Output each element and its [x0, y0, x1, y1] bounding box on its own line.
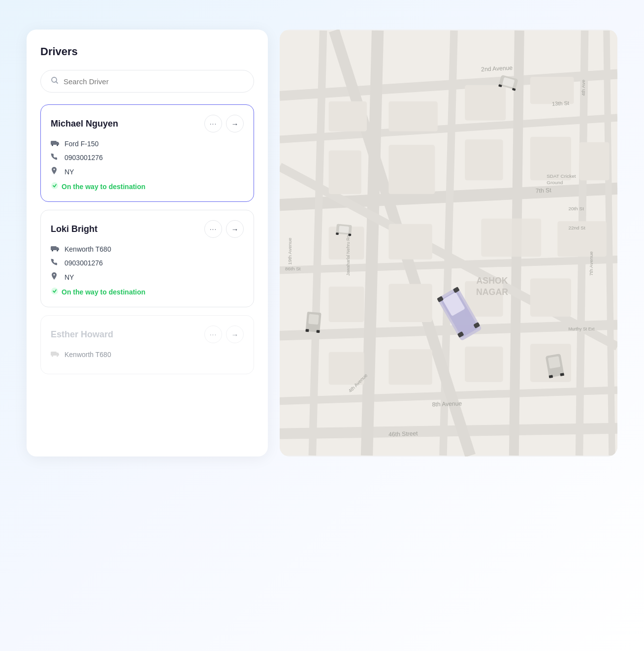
svg-point-3	[52, 145, 53, 146]
svg-point-12	[57, 356, 58, 357]
status-icon	[51, 287, 59, 297]
vehicle-row: Ford F-150	[51, 139, 244, 148]
svg-rect-35	[465, 139, 503, 180]
vehicle-name: Kenworth T680	[64, 351, 111, 358]
driver-card-michael-nguyen[interactable]: Michael Nguyen ··· → Ford F-150	[40, 104, 254, 202]
svg-line-20	[280, 428, 617, 434]
svg-text:ASHOK: ASHOK	[477, 276, 508, 286]
svg-text:7th Avenue: 7th Avenue	[588, 251, 594, 276]
left-panel: Drivers Michael Nguyen ··· →	[27, 30, 268, 456]
card-actions: ··· →	[204, 115, 244, 132]
svg-rect-37	[580, 142, 610, 180]
svg-rect-30	[388, 101, 438, 131]
svg-rect-48	[465, 347, 503, 382]
status-text: On the way to destination	[62, 183, 145, 191]
status-icon	[51, 182, 59, 192]
svg-text:13th St: 13th St	[552, 100, 570, 107]
svg-point-9	[51, 288, 58, 294]
phone-number: 0903001276	[64, 259, 103, 267]
card-actions: ··· →	[204, 220, 244, 238]
svg-point-4	[57, 145, 58, 146]
svg-text:SDAT Cricket: SDAT Cricket	[547, 173, 576, 179]
svg-point-7	[52, 250, 53, 252]
card-header: Loki Bright ··· →	[51, 220, 244, 238]
svg-text:Murthy St Ext: Murthy St Ext	[568, 326, 595, 331]
svg-text:86th St: 86th St	[285, 266, 301, 271]
driver-name: Esther Howard	[51, 329, 113, 340]
svg-rect-75	[348, 233, 351, 236]
location-text: NY	[64, 273, 74, 281]
svg-rect-43	[388, 284, 432, 322]
svg-text:8th Avenue: 8th Avenue	[432, 400, 462, 408]
location-text: NY	[64, 168, 74, 176]
location-icon	[51, 167, 60, 177]
status-badge: On the way to destination	[51, 182, 244, 192]
svg-rect-34	[388, 145, 435, 194]
driver-name: Loki Bright	[51, 224, 97, 234]
svg-point-5	[51, 182, 58, 189]
svg-rect-73	[339, 226, 349, 233]
svg-text:46th Street: 46th Street	[388, 430, 419, 438]
svg-rect-84	[548, 356, 561, 369]
svg-rect-31	[465, 85, 506, 121]
phone-number: 0903001276	[64, 154, 103, 162]
svg-rect-88	[308, 314, 319, 325]
svg-rect-45	[530, 278, 571, 316]
location-icon	[51, 272, 60, 282]
driver-cards-container: Michael Nguyen ··· → Ford F-150	[40, 104, 254, 374]
vehicle-name: Kenworth T680	[64, 245, 111, 253]
svg-text:NAGAR: NAGAR	[476, 287, 508, 297]
card-actions: ··· →	[204, 326, 244, 343]
svg-text:4th Ave: 4th Ave	[580, 79, 586, 96]
driver-card-loki-bright[interactable]: Loki Bright ··· → Kenworth T680	[40, 210, 254, 307]
vehicle-name: Ford F-150	[64, 140, 98, 148]
truck-icon	[51, 139, 60, 148]
svg-line-1	[56, 82, 58, 84]
svg-rect-6	[51, 246, 57, 250]
truck-icon	[51, 350, 60, 359]
svg-text:22nd St: 22nd St	[568, 225, 585, 230]
svg-rect-29	[329, 101, 367, 131]
card-header: Michael Nguyen ··· →	[51, 115, 244, 132]
navigate-button[interactable]: →	[226, 326, 244, 343]
vehicle-row: Kenworth T680	[51, 245, 244, 254]
svg-rect-39	[388, 224, 432, 260]
svg-rect-33	[329, 150, 361, 194]
location-row: NY	[51, 167, 244, 177]
status-text: On the way to destination	[62, 288, 145, 296]
main-container: Drivers Michael Nguyen ··· →	[27, 30, 617, 456]
panel-title: Drivers	[40, 45, 254, 58]
svg-point-11	[52, 356, 53, 357]
search-icon	[51, 76, 59, 86]
truck-icon	[51, 245, 60, 254]
svg-rect-90	[316, 330, 320, 333]
svg-rect-47	[388, 349, 432, 385]
driver-name: Michael Nguyen	[51, 119, 118, 129]
status-badge: On the way to destination	[51, 287, 244, 297]
svg-text:Jawaharlal Nehru Road: Jawaharlal Nehru Road	[346, 230, 351, 276]
phone-row: 0903001276	[51, 259, 244, 267]
svg-rect-74	[336, 232, 339, 235]
location-row: NY	[51, 272, 244, 282]
search-bar	[40, 70, 254, 93]
map-panel: 2nd Avenue 13th St 7th St 8th Avenue 46t…	[280, 30, 617, 456]
svg-rect-2	[51, 141, 57, 145]
navigate-button[interactable]: →	[226, 220, 244, 238]
phone-icon	[51, 153, 60, 162]
navigate-button[interactable]: →	[226, 115, 244, 132]
driver-card-esther-howard[interactable]: Esther Howard ··· → Kenworth T680	[40, 315, 254, 374]
phone-icon	[51, 259, 60, 267]
svg-rect-40	[481, 219, 541, 257]
svg-rect-89	[305, 329, 309, 332]
svg-rect-10	[51, 352, 57, 356]
vehicle-row: Kenworth T680	[51, 350, 244, 359]
more-options-button[interactable]: ···	[204, 220, 222, 238]
more-options-button[interactable]: ···	[204, 326, 222, 343]
search-input[interactable]	[64, 77, 244, 86]
phone-row: 0903001276	[51, 153, 244, 162]
svg-text:7th St: 7th St	[535, 187, 551, 195]
svg-point-8	[57, 250, 58, 252]
svg-rect-42	[329, 287, 364, 322]
more-options-button[interactable]: ···	[204, 115, 222, 132]
svg-text:Ground: Ground	[547, 180, 563, 185]
